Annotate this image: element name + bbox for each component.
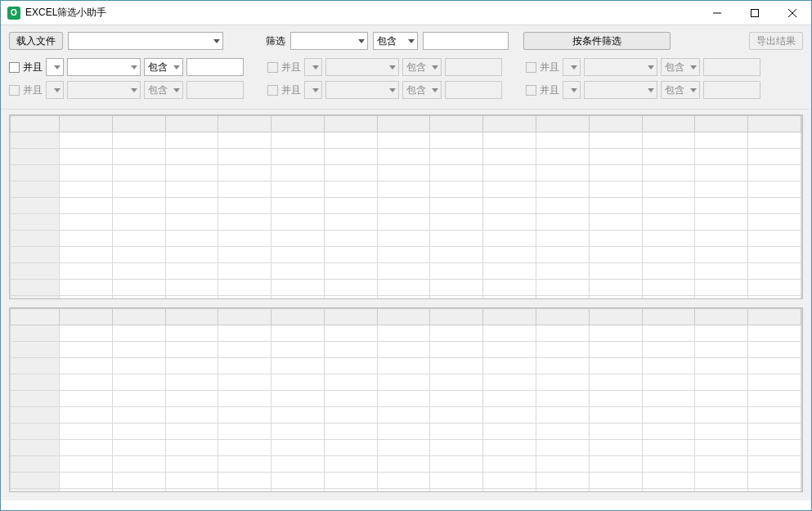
grid-cell[interactable] <box>430 456 483 473</box>
grid-cell[interactable] <box>377 280 430 296</box>
grid-row-header[interactable] <box>11 358 60 374</box>
grid-cell[interactable] <box>536 296 590 299</box>
grid-cell[interactable] <box>377 182 430 198</box>
grid-cell[interactable] <box>748 325 801 342</box>
filter-value-input[interactable] <box>423 32 509 50</box>
grid-cell[interactable] <box>430 391 483 407</box>
grid-cell[interactable] <box>430 214 483 231</box>
grid-cell[interactable] <box>483 132 536 149</box>
grid-cell[interactable] <box>642 214 695 231</box>
grid-cell[interactable] <box>218 198 271 214</box>
grid-cell[interactable] <box>218 407 271 424</box>
grid-column-header[interactable] <box>218 309 271 325</box>
grid-row-header[interactable] <box>11 214 60 231</box>
grid-row-header[interactable] <box>11 165 60 182</box>
grid-cell[interactable] <box>589 182 642 198</box>
grid-cell[interactable] <box>589 407 642 424</box>
grid-cell[interactable] <box>112 182 165 198</box>
grid-cell[interactable] <box>165 407 218 424</box>
grid-cell[interactable] <box>377 247 430 263</box>
grid-cell[interactable] <box>324 165 377 182</box>
grid-cell[interactable] <box>218 424 271 440</box>
grid-cell[interactable] <box>695 424 748 440</box>
grid-cell[interactable] <box>589 132 642 149</box>
grid-cell[interactable] <box>324 407 377 424</box>
grid-cell[interactable] <box>60 263 113 280</box>
grid-cell[interactable] <box>748 358 801 374</box>
grid-cell[interactable] <box>695 280 748 296</box>
grid-cell[interactable] <box>271 296 325 299</box>
grid-cell[interactable] <box>748 231 801 247</box>
grid-column-header[interactable] <box>589 116 642 132</box>
grid-column-header[interactable] <box>430 309 483 325</box>
grid-cell[interactable] <box>536 440 590 456</box>
grid-cell[interactable] <box>112 358 165 374</box>
grid-cell[interactable] <box>536 231 590 247</box>
and-value-input[interactable] <box>445 58 502 76</box>
grid-cell[interactable] <box>430 489 483 492</box>
maximize-button[interactable] <box>736 1 774 25</box>
grid-cell[interactable] <box>218 456 271 473</box>
grid-cell[interactable] <box>483 149 536 165</box>
grid-cell[interactable] <box>589 424 642 440</box>
grid-cell[interactable] <box>748 473 801 489</box>
grid-cell[interactable] <box>748 489 801 492</box>
grid-cell[interactable] <box>695 342 748 358</box>
bottom-grid[interactable] <box>10 308 801 491</box>
grid-cell[interactable] <box>324 424 377 440</box>
grid-cell[interactable] <box>748 165 801 182</box>
grid-cell[interactable] <box>112 296 165 299</box>
grid-cell[interactable] <box>430 473 483 489</box>
grid-cell[interactable] <box>218 247 271 263</box>
grid-cell[interactable] <box>271 391 325 407</box>
grid-cell[interactable] <box>642 424 695 440</box>
grid-cell[interactable] <box>112 424 165 440</box>
grid-cell[interactable] <box>430 374 483 391</box>
grid-row-header[interactable] <box>11 149 60 165</box>
grid-row-header[interactable] <box>11 247 60 263</box>
grid-cell[interactable] <box>165 391 218 407</box>
grid-cell[interactable] <box>165 374 218 391</box>
grid-cell[interactable] <box>430 231 483 247</box>
grid-cell[interactable] <box>536 165 590 182</box>
grid-cell[interactable] <box>377 456 430 473</box>
grid-cell[interactable] <box>695 296 748 299</box>
grid-row-header[interactable] <box>11 280 60 296</box>
grid-cell[interactable] <box>165 456 218 473</box>
grid-column-header[interactable] <box>165 116 218 132</box>
grid-cell[interactable] <box>695 489 748 492</box>
grid-cell[interactable] <box>60 296 113 299</box>
grid-column-header[interactable] <box>324 309 377 325</box>
grid-cell[interactable] <box>748 374 801 391</box>
grid-cell[interactable] <box>589 456 642 473</box>
and-column-mini-combo[interactable] <box>563 58 581 76</box>
grid-cell[interactable] <box>377 325 430 342</box>
grid-cell[interactable] <box>271 149 325 165</box>
grid-cell[interactable] <box>589 165 642 182</box>
grid-cell[interactable] <box>483 231 536 247</box>
grid-column-header[interactable] <box>589 309 642 325</box>
grid-cell[interactable] <box>642 263 695 280</box>
grid-cell[interactable] <box>536 325 590 342</box>
grid-cell[interactable] <box>377 440 430 456</box>
grid-cell[interactable] <box>324 456 377 473</box>
grid-cell[interactable] <box>324 231 377 247</box>
and-value-input[interactable] <box>703 81 760 99</box>
grid-cell[interactable] <box>430 424 483 440</box>
and-checkbox[interactable] <box>267 62 278 73</box>
grid-cell[interactable] <box>536 456 590 473</box>
grid-column-header[interactable] <box>377 309 430 325</box>
grid-cell[interactable] <box>60 182 113 198</box>
grid-cell[interactable] <box>112 374 165 391</box>
grid-cell[interactable] <box>430 132 483 149</box>
grid-cell[interactable] <box>324 263 377 280</box>
grid-cell[interactable] <box>324 132 377 149</box>
and-op-combo[interactable]: 包含 <box>402 81 442 99</box>
and-column-combo[interactable] <box>584 58 657 76</box>
grid-cell[interactable] <box>271 231 325 247</box>
grid-cell[interactable] <box>271 198 325 214</box>
grid-cell[interactable] <box>271 325 325 342</box>
grid-cell[interactable] <box>377 231 430 247</box>
grid-cell[interactable] <box>377 296 430 299</box>
grid-cell[interactable] <box>695 247 748 263</box>
